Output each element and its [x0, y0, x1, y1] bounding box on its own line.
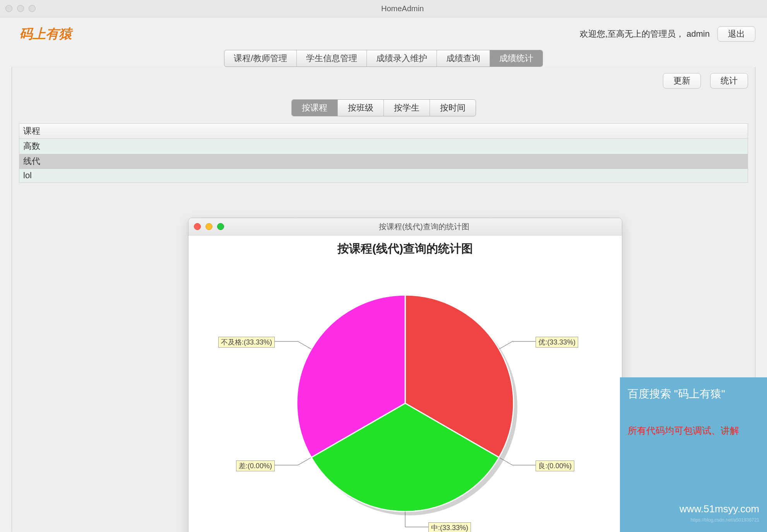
course-table: 课程 高数线代lol — [19, 123, 748, 183]
main-tab-1[interactable]: 学生信息管理 — [297, 50, 367, 66]
pie-slice-label-2: 中:(33.33%) — [428, 522, 471, 532]
sub-tabs: 按课程按班级按学生按时间 — [19, 99, 748, 116]
minimize-icon[interactable] — [205, 223, 212, 230]
stats-button[interactable]: 统计 — [710, 73, 748, 89]
main-tab-3[interactable]: 成绩查询 — [437, 50, 490, 66]
pie-slice-label-3: 差:(0.00%) — [236, 460, 275, 471]
close-icon[interactable] — [5, 5, 12, 12]
pie-chart — [188, 260, 622, 532]
traffic-lights — [5, 5, 36, 12]
pie-slice-label-1: 良:(0.00%) — [536, 460, 574, 471]
main-tab-2[interactable]: 成绩录入维护 — [367, 50, 437, 66]
table-row[interactable]: lol — [19, 169, 748, 182]
table-row[interactable]: 高数 — [19, 139, 748, 154]
action-bar: 更新 统计 — [19, 73, 748, 89]
main-tabs: 课程/教师管理学生信息管理成绩录入维护成绩查询成绩统计 — [0, 50, 767, 67]
promo-overlay: 百度搜索 "码上有猿" 所有代码均可包调试、讲解 www.51msyy.com … — [620, 377, 767, 532]
pie-slice-label-0: 优:(33.33%) — [536, 337, 578, 348]
welcome-text: 欢迎您,至高无上的管理员， admin — [580, 28, 710, 40]
logout-button[interactable]: 退出 — [717, 26, 755, 42]
promo-line-4: https://blog.csdn.net/a501936721 — [628, 517, 759, 523]
main-tab-4[interactable]: 成绩统计 — [490, 50, 543, 66]
chart-title: 按课程(线代)查询的统计图 — [188, 235, 622, 259]
pie-slice-label-4: 不及格:(33.33%) — [218, 337, 275, 348]
promo-line-2: 所有代码均可包调试、讲解 — [628, 425, 759, 437]
table-row[interactable]: 线代 — [19, 154, 748, 169]
chart-traffic-lights — [194, 223, 224, 230]
sub-tab-1[interactable]: 按班级 — [338, 100, 384, 116]
window-title: HomeAdmin — [43, 4, 762, 13]
chart-titlebar: 按课程(线代)查询的统计图 — [188, 218, 622, 235]
chart-window-title: 按课程(线代)查询的统计图 — [232, 222, 616, 232]
zoom-icon[interactable] — [29, 5, 36, 12]
sub-tab-2[interactable]: 按学生 — [384, 100, 430, 116]
app-logo-text: 码上有猿 — [12, 25, 72, 43]
main-tab-0[interactable]: 课程/教师管理 — [224, 50, 297, 66]
sub-tab-0[interactable]: 按课程 — [292, 100, 338, 116]
main-titlebar: HomeAdmin — [0, 0, 767, 17]
refresh-button[interactable]: 更新 — [663, 73, 701, 89]
close-icon[interactable] — [194, 223, 201, 230]
chart-area: 优:(33.33%)良:(0.00%)中:(33.33%)差:(0.00%)不及… — [188, 259, 622, 532]
chart-window: 按课程(线代)查询的统计图 按课程(线代)查询的统计图 优:(33.33%)良:… — [188, 218, 622, 532]
table-header: 课程 — [19, 124, 748, 139]
zoom-icon[interactable] — [217, 223, 224, 230]
promo-line-3: www.51msyy.com — [628, 503, 759, 515]
minimize-icon[interactable] — [17, 5, 24, 12]
header-bar: 码上有猿 欢迎您,至高无上的管理员， admin 退出 — [0, 17, 767, 48]
promo-line-1: 百度搜索 "码上有猿" — [628, 387, 759, 401]
sub-tab-3[interactable]: 按时间 — [430, 100, 476, 116]
